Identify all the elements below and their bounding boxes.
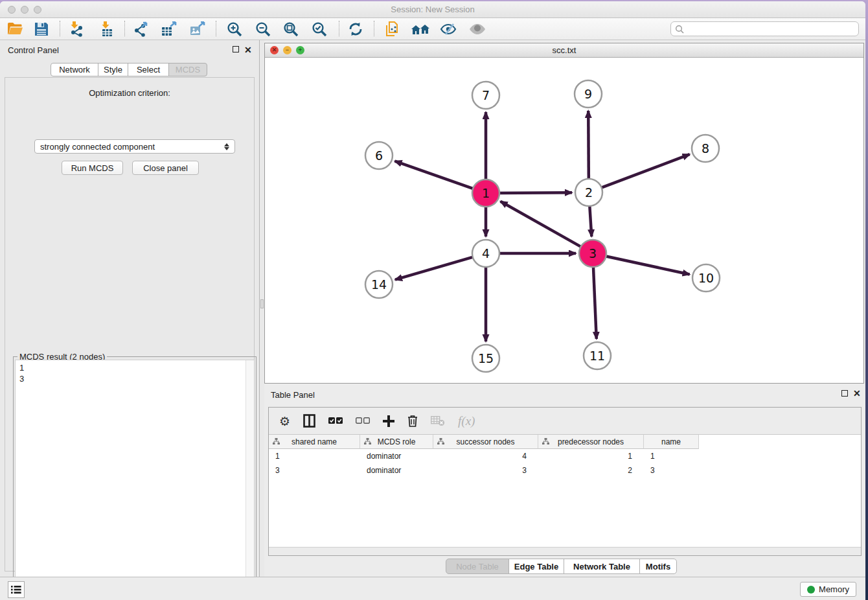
svg-text:7: 7 [482, 88, 490, 102]
column-header-mcds_role[interactable]: MCDS role [360, 435, 433, 449]
table-cell-shared_name[interactable]: 3 [269, 463, 360, 478]
export-image-icon[interactable] [186, 19, 209, 39]
export-network-icon[interactable] [130, 19, 153, 39]
function-builder-icon[interactable]: f(x) [458, 414, 475, 428]
tab-mcds[interactable]: MCDS [168, 63, 207, 76]
table-row[interactable]: 3dominator323 [269, 463, 861, 478]
mcds-result-box: MCDS result (2 nodes) 1 3 [13, 356, 257, 600]
tab-select[interactable]: Select [128, 63, 169, 76]
table-cell-predecessor_nodes[interactable]: 1 [538, 449, 644, 463]
add-column-icon[interactable] [383, 415, 394, 427]
select-all-icon[interactable] [328, 417, 343, 424]
edge-2-9[interactable] [588, 111, 589, 187]
tab-style[interactable]: Style [98, 63, 128, 76]
node-15[interactable]: 15 [472, 345, 499, 372]
zoom-out-icon[interactable] [251, 19, 275, 39]
hierarchy-icon [364, 438, 371, 445]
save-session-icon[interactable] [30, 19, 53, 39]
table-cell-name[interactable]: 1 [644, 449, 699, 463]
tab-motifs[interactable]: Motifs [639, 559, 677, 574]
export-table-icon[interactable] [157, 19, 181, 39]
node-3[interactable]: 3 [579, 240, 606, 267]
eye-slash-icon[interactable] [437, 19, 460, 39]
splitter-handle-icon[interactable] [260, 299, 264, 308]
column-header-name[interactable]: name [644, 435, 699, 449]
tab-network-table[interactable]: Network Table [564, 559, 640, 574]
column-header-predecessor_nodes[interactable]: predecessor nodes [538, 435, 644, 449]
float-panel-icon[interactable] [233, 46, 239, 54]
node-2[interactable]: 2 [575, 179, 602, 206]
table-header-row: shared nameMCDS rolesuccessor nodesprede… [269, 435, 699, 449]
table-cell-successor_nodes[interactable]: 3 [433, 463, 538, 478]
delete-table-icon[interactable] [431, 416, 445, 426]
network-graph-svg[interactable]: 7968124314101511 [265, 58, 863, 384]
table-cell-name[interactable]: 3 [644, 463, 699, 478]
table-row[interactable]: 1dominator411 [269, 449, 861, 463]
search-icon [675, 25, 684, 34]
toolbar-separator [60, 21, 60, 36]
table-cell-predecessor_nodes[interactable]: 2 [538, 463, 644, 478]
column-header-shared_name[interactable]: shared name [269, 435, 360, 449]
import-table-icon[interactable] [95, 19, 119, 39]
node-11[interactable]: 11 [584, 342, 611, 369]
svg-text:6: 6 [375, 148, 383, 163]
columns-icon[interactable] [303, 414, 315, 428]
refresh-icon[interactable] [344, 19, 367, 39]
zoom-in-icon[interactable] [223, 19, 246, 39]
panel-splitter[interactable] [259, 40, 264, 577]
node-9[interactable]: 9 [575, 80, 602, 108]
svg-text:11: 11 [589, 349, 605, 363]
tab-edge-table[interactable]: Edge Table [508, 559, 564, 574]
gear-icon[interactable]: ⚙ [279, 414, 290, 428]
column-header-label: predecessor nodes [558, 437, 624, 446]
edge-3-10[interactable] [598, 255, 690, 275]
control-panel-header: Control Panel ✕ [0, 40, 259, 60]
table-hscrollbar[interactable] [269, 547, 861, 555]
node-10[interactable]: 10 [692, 264, 720, 292]
node-14[interactable]: 14 [365, 271, 393, 298]
zoom-fit-icon[interactable] [279, 19, 303, 39]
node-4[interactable]: 4 [472, 240, 499, 267]
houses-icon[interactable] [409, 19, 432, 39]
close-table-panel-icon[interactable]: ✕ [853, 389, 861, 397]
hierarchy-icon [437, 438, 444, 445]
edge-3-11[interactable] [593, 259, 596, 339]
edge-4-14[interactable] [395, 255, 481, 280]
open-file-icon[interactable] [3, 19, 27, 39]
close-panel-button[interactable]: Close panel [132, 161, 199, 175]
delete-column-icon[interactable] [407, 415, 418, 427]
memory-button[interactable]: Memory [800, 582, 856, 597]
edge-2-8[interactable] [594, 154, 690, 190]
node-1[interactable]: 1 [472, 179, 499, 207]
zoom-selected-icon[interactable] [308, 19, 331, 39]
task-list-button[interactable] [8, 581, 25, 598]
table-cell-successor_nodes[interactable]: 4 [433, 449, 538, 463]
memory-label: Memory [819, 584, 849, 594]
node-7[interactable]: 7 [472, 82, 499, 109]
close-panel-icon[interactable]: ✕ [244, 46, 252, 54]
table-cell-shared_name[interactable]: 1 [269, 449, 360, 463]
mcds-result-list[interactable]: 1 3 [15, 360, 255, 600]
float-table-panel-icon[interactable] [841, 390, 848, 398]
import-network-icon[interactable] [65, 19, 88, 39]
copy-network-icon[interactable] [380, 19, 404, 39]
table-cell-mcds_role[interactable]: dominator [360, 449, 433, 463]
edge-3-1[interactable] [501, 202, 588, 251]
title-bar: Session: New Session [0, 1, 865, 18]
tab-node-table[interactable]: Node Table [446, 559, 509, 574]
eye-icon[interactable] [466, 19, 489, 39]
node-6[interactable]: 6 [365, 142, 393, 169]
node-8[interactable]: 8 [692, 135, 719, 162]
optimization-criterion-select[interactable]: strongly connected component [34, 139, 235, 154]
deselect-all-icon[interactable] [356, 417, 370, 424]
edge-1-2[interactable] [491, 192, 572, 193]
run-mcds-button[interactable]: Run MCDS [62, 161, 123, 175]
table-frame: ⚙ f(x) shared nameMCDS rolesuccessor nod… [268, 407, 862, 556]
control-panel-tabs: Network Style Select MCDS [51, 63, 207, 76]
search-input[interactable] [670, 21, 859, 36]
result-scrollbar[interactable] [246, 360, 254, 600]
tab-network[interactable]: Network [51, 63, 98, 76]
table-cell-mcds_role[interactable]: dominator [360, 463, 433, 478]
edge-1-6[interactable] [395, 161, 481, 192]
column-header-successor_nodes[interactable]: successor nodes [433, 435, 538, 449]
